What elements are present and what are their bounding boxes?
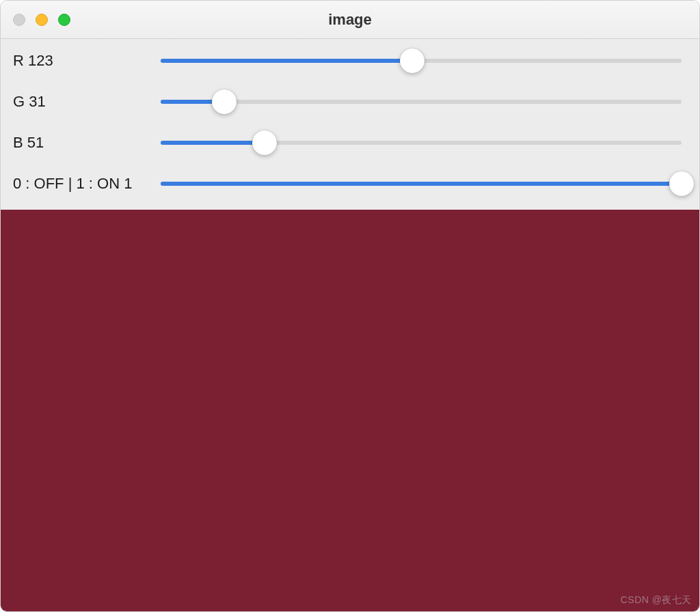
slider-label-g: G 31 [13, 93, 150, 111]
slider-thumb[interactable] [669, 171, 694, 196]
minimize-button[interactable] [36, 14, 48, 26]
slider-r[interactable] [161, 48, 682, 73]
slider-toggle[interactable] [161, 171, 682, 196]
slider-label-r: R 123 [13, 52, 150, 70]
slider-track-fill [161, 59, 412, 63]
slider-thumb[interactable] [252, 130, 277, 155]
slider-track-fill [161, 141, 265, 145]
slider-label-toggle: 0 : OFF | 1 : ON 1 [13, 175, 150, 193]
slider-thumb[interactable] [400, 48, 425, 73]
slider-track-fill [161, 182, 682, 186]
slider-row-b: B 51 [13, 130, 687, 155]
slider-thumb[interactable] [212, 89, 237, 114]
slider-row-g: G 31 [13, 89, 687, 114]
close-button[interactable] [13, 14, 25, 26]
image-display [1, 210, 699, 611]
slider-g[interactable] [161, 89, 682, 114]
slider-track-bg [161, 100, 682, 104]
window-title: image [1, 11, 699, 29]
slider-b[interactable] [161, 130, 682, 155]
window: image R 123 G 31 B 51 [0, 0, 700, 612]
watermark: CSDN @夜七天 [621, 594, 692, 607]
slider-row-r: R 123 [13, 48, 687, 73]
controls-area: R 123 G 31 B 51 [1, 39, 699, 210]
maximize-button[interactable] [58, 14, 70, 26]
slider-row-toggle: 0 : OFF | 1 : ON 1 [13, 171, 687, 196]
traffic-lights [13, 14, 70, 26]
titlebar: image [1, 1, 699, 39]
slider-label-b: B 51 [13, 134, 150, 152]
